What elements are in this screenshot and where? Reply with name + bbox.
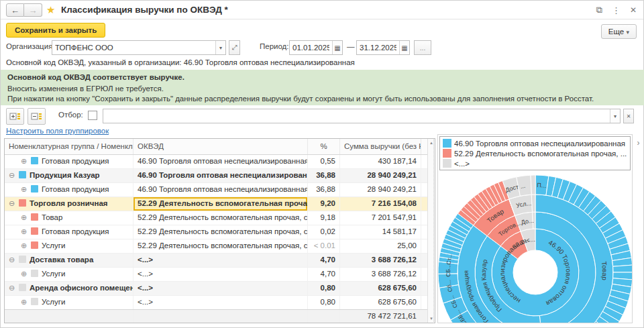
nomenclature-name: Готовая продукция (42, 227, 109, 235)
panel-splitter[interactable] (433, 138, 437, 323)
sum-cell[interactable]: 7 201 547,91 (340, 211, 421, 225)
sum-cell[interactable]: 25,00 (340, 239, 421, 253)
field-row: Организация: ▾ ⤢ Период: ▦ — ▦ ... (1, 40, 643, 56)
close-icon[interactable]: ✕ (630, 5, 637, 15)
date-to-input[interactable]: ▦ (356, 40, 410, 55)
okved-cell[interactable]: <...> (133, 268, 308, 281)
okved-cell[interactable]: 52.29 Деятельность вспомогательная проча… (133, 239, 308, 253)
collapse-icon[interactable]: ⊖ (9, 199, 17, 208)
legend-item[interactable]: <...> (443, 158, 627, 168)
legend-item[interactable]: 46.90 Торговля оптовая неспециализирован… (443, 138, 627, 148)
more-button[interactable]: Еще ▾ (601, 24, 637, 39)
expand-icon[interactable]: ⊕ (21, 185, 30, 194)
panel-collapse-gutter[interactable]: › (634, 134, 643, 323)
okved-cell[interactable]: 46.90 Торговля оптовая неспециализирован… (133, 155, 308, 168)
collapse-all-button[interactable] (28, 108, 46, 125)
table-row[interactable]: ⊖Торговля розничная52.29 Деятельность вс… (5, 197, 435, 211)
collapse-icon[interactable]: ⊖ (9, 284, 17, 292)
percent-cell[interactable]: 36,88 (308, 183, 340, 197)
sum-cell[interactable]: 28 940 249,21 (340, 169, 421, 182)
column-header[interactable]: ОКВЭД (133, 139, 308, 154)
percent-cell[interactable]: 0,80 (308, 296, 340, 309)
footer-cell (308, 310, 340, 323)
percent-cell[interactable]: 9,18 (308, 211, 340, 225)
percent-cell[interactable]: < 0.01 (308, 239, 340, 253)
collapse-icon[interactable]: ⊖ (9, 256, 17, 264)
filter-input[interactable]: ▾ (103, 109, 621, 123)
percent-cell[interactable]: 9,20 (308, 197, 340, 211)
legend-label: 46.90 Торговля оптовая неспециализирован… (454, 140, 625, 148)
okved-cell[interactable]: 52.29 Деятельность вспомогательная проча… (133, 197, 308, 211)
expand-icon[interactable]: ⊕ (21, 298, 30, 307)
filter-dropdown-icon[interactable]: ▾ (610, 109, 620, 123)
expand-icon[interactable]: ⊕ (21, 270, 30, 278)
percent-cell[interactable]: 0,80 (308, 282, 340, 295)
calendar-icon[interactable]: ▦ (332, 41, 342, 54)
filter-checkbox[interactable] (88, 111, 97, 120)
okved-cell[interactable]: 46.90 Торговля оптовая неспециализирован… (133, 183, 308, 197)
sum-cell[interactable]: 14 581,17 (340, 225, 421, 239)
sum-cell[interactable]: 7 216 154,08 (340, 197, 421, 211)
nav-back-button[interactable]: ← (6, 3, 24, 17)
configure-grouping-link[interactable]: Настроить поля группировок (6, 127, 109, 135)
expand-icon[interactable]: ⊕ (21, 227, 30, 236)
menu-dots-icon[interactable]: ⋮ (612, 5, 621, 15)
percent-cell[interactable]: 0,02 (308, 225, 340, 239)
sum-cell[interactable]: 28 940 249,21 (340, 183, 421, 197)
table-row[interactable]: ⊕Услуги<...>4,703 688 726,12 (5, 268, 435, 282)
sum-cell[interactable]: 628 675,60 (340, 296, 421, 309)
table-row[interactable]: ⊕Готовая продукция46.90 Торговля оптовая… (5, 155, 435, 169)
filter-value[interactable] (103, 110, 610, 122)
sum-cell[interactable]: 628 675,60 (340, 282, 421, 295)
expand-all-button[interactable] (6, 108, 24, 125)
filter-clear-button[interactable]: ✕ (623, 109, 634, 123)
period-more-button[interactable]: ... (414, 40, 431, 55)
save-and-close-button[interactable]: Сохранить и закрыть (6, 23, 105, 38)
nomenclature-name: Услуги (42, 241, 65, 250)
organization-input[interactable]: ▾ (52, 40, 226, 55)
organization-value[interactable] (52, 42, 215, 54)
sunburst-chart[interactable]: 46.90 Торговля оптоваянеспециализированн… (438, 172, 632, 323)
sum-cell[interactable]: 3 688 726,12 (340, 254, 421, 267)
table-row[interactable]: ⊖Доставка товара<...>4,703 688 726,12 (5, 254, 435, 268)
date-from-input[interactable]: ▦ (289, 40, 343, 55)
okved-cell[interactable]: 46.90 Торговля оптовая неспециализирован… (133, 169, 308, 182)
table-row[interactable]: ⊕Услуги52.29 Деятельность вспомогательна… (5, 239, 435, 254)
table-row[interactable]: ⊕Готовая продукция52.29 Деятельность всп… (5, 225, 435, 239)
sum-cell[interactable]: 430 187,14 (340, 155, 421, 168)
percent-cell[interactable]: 4,70 (308, 254, 340, 267)
expand-icon[interactable]: ⊕ (21, 213, 30, 222)
column-header[interactable]: % (308, 139, 340, 154)
okved-cell[interactable]: 52.29 Деятельность вспомогательная проча… (133, 211, 308, 225)
date-from-value[interactable] (290, 42, 332, 54)
table-row[interactable]: ⊕Готовая продукция46.90 Торговля оптовая… (5, 183, 435, 197)
collapse-icon[interactable]: ⊖ (9, 171, 17, 180)
clear-icon: ✕ (627, 113, 631, 119)
svg-text:П...: П... (537, 182, 547, 189)
table-row[interactable]: ⊕Услуги<...>0,80628 675,60 (5, 296, 435, 310)
table-row[interactable]: ⊖Аренда офисного помещения<...>0,80628 6… (5, 282, 435, 296)
legend-item[interactable]: 52.29 Деятельность вспомогательная проча… (443, 148, 627, 158)
column-header[interactable]: Сумма выручки (без НДС) (340, 139, 421, 154)
percent-cell[interactable]: 36,88 (308, 169, 340, 182)
percent-cell[interactable]: 0,55 (308, 155, 340, 168)
okved-cell[interactable]: <...> (133, 254, 308, 267)
table-row[interactable]: ⊕Товар52.29 Деятельность вспомогательная… (5, 211, 435, 225)
okved-cell[interactable]: <...> (133, 296, 308, 309)
okved-cell[interactable]: 52.29 Деятельность вспомогательная проча… (133, 225, 308, 239)
nav-forward-button[interactable]: → (24, 3, 42, 17)
favorite-star-icon[interactable]: ★ (46, 4, 55, 16)
okved-cell[interactable]: <...> (133, 282, 308, 295)
date-to-value[interactable] (357, 42, 399, 54)
legend-swatch-icon (443, 139, 451, 148)
expand-icon[interactable]: ⊕ (21, 157, 30, 166)
percent-cell[interactable]: 4,70 (308, 268, 340, 281)
calendar-icon[interactable]: ▦ (399, 41, 409, 54)
table-row[interactable]: ⊖Продукция Казуар46.90 Торговля оптовая … (5, 169, 435, 183)
sum-cell[interactable]: 3 688 726,12 (340, 268, 421, 281)
column-header[interactable]: Номенклатурная группа / Номенклатура (5, 139, 133, 154)
get-link-icon[interactable]: ⧉ (596, 5, 602, 15)
expand-icon[interactable]: ⊕ (21, 241, 30, 250)
org-dropdown-icon[interactable]: ▾ (215, 41, 225, 54)
org-open-button[interactable]: ⤢ (229, 40, 240, 55)
